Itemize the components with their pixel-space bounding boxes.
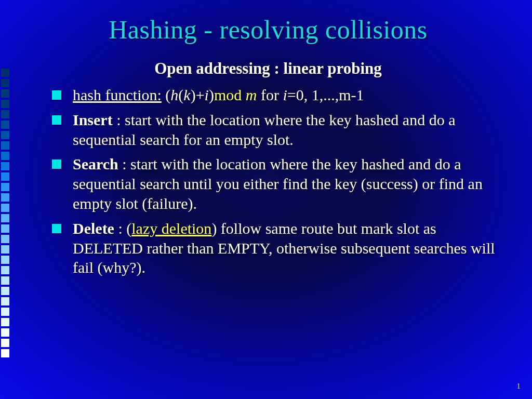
search-label: Search	[73, 155, 118, 172]
delete-label: Delete	[73, 220, 114, 237]
text: rather than	[143, 240, 218, 257]
text: +	[196, 86, 205, 103]
var-m: m	[246, 86, 257, 103]
text: : (	[114, 220, 131, 237]
insert-label: Insert	[73, 111, 113, 128]
empty-word: EMPTY	[218, 240, 269, 257]
mod-keyword: mod	[214, 86, 246, 103]
var-i2: i	[283, 86, 287, 103]
bullet-hash-function: hash function: (h(k)+i)mod m for i=0, 1,…	[52, 85, 507, 105]
text: )	[209, 86, 214, 103]
slide: Hashing - resolving collisions Open addr…	[0, 0, 532, 399]
var-i: i	[205, 86, 209, 103]
text: )	[191, 86, 196, 103]
slide-title: Hashing - resolving collisions	[29, 15, 507, 45]
var-k: k	[183, 86, 190, 103]
bullet-insert: Insert : start with the location where t…	[52, 110, 507, 150]
page-number: 1	[517, 382, 521, 391]
text: : start with the location where the key …	[73, 155, 483, 212]
deleted-word: DELETED	[73, 240, 143, 257]
text: (	[178, 86, 183, 103]
bullet-list: hash function: (h(k)+i)mod m for i=0, 1,…	[29, 85, 507, 277]
text: (	[162, 86, 171, 103]
text: =0, 1,...,m-1	[287, 86, 364, 103]
text: for	[257, 86, 283, 103]
bullet-search: Search : start with the location where t…	[52, 154, 507, 213]
hash-function-label: hash function:	[73, 86, 162, 103]
var-h: h	[170, 86, 178, 103]
lazy-deletion-label: lazy deletion	[131, 220, 211, 237]
slide-subtitle: Open addressing : linear probing	[29, 59, 507, 78]
bullet-delete: Delete : (lazy deletion) follow same rou…	[52, 219, 507, 277]
text: ) follow same route but mark slot as	[211, 220, 436, 237]
text: : start with the location where the key …	[73, 111, 455, 148]
